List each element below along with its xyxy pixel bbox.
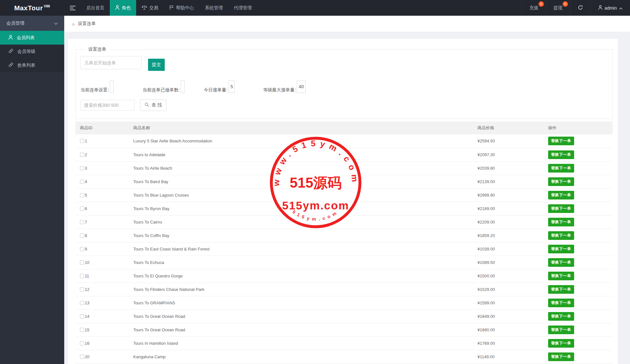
product-id-cell: 13: [75, 296, 129, 309]
replace-next-order-button[interactable]: 替换下一单: [548, 299, 574, 307]
row-checkbox[interactable]: [80, 153, 84, 157]
find-button[interactable]: 查 找: [140, 99, 166, 111]
table-row: 4 Tours To Baird Bay ¥2139.00 替换下一单: [75, 175, 613, 188]
stat-value-box: [110, 80, 114, 93]
product-price-cell: ¥1500.00: [473, 269, 544, 283]
row-checkbox[interactable]: [80, 139, 84, 143]
product-id-cell: 12: [75, 283, 129, 296]
user-menu[interactable]: admin: [591, 0, 630, 16]
replace-next-order-button[interactable]: 替换下一单: [548, 245, 574, 253]
sidebar-group-member-management[interactable]: 会员管理: [0, 16, 64, 31]
row-checkbox[interactable]: [80, 355, 84, 359]
row-checkbox[interactable]: [80, 341, 84, 345]
product-price-cell: ¥2139.00: [473, 175, 544, 188]
product-name-cell: Tours To Blue Lagoon Cruises: [129, 188, 473, 202]
row-action-cell: 替换下一单: [544, 309, 613, 323]
products-table: 商品ID 商品名称 商品价格 操作 1 Luxury 5 Star Airlie…: [75, 122, 613, 364]
replace-next-order-button[interactable]: 替换下一单: [548, 137, 574, 145]
nav-item-dashboard[interactable]: 后台首页: [81, 0, 110, 16]
person-icon: [8, 35, 13, 41]
stat-current-chain-setting: 当前连单设置:: [81, 80, 114, 93]
table-header-row: 商品ID 商品名称 商品价格 操作: [75, 122, 613, 134]
product-id-cell: 8: [75, 229, 129, 242]
replace-next-order-button[interactable]: 替换下一单: [548, 352, 574, 361]
product-name-cell: Tours To Flinders Chase National Park: [129, 283, 473, 296]
row-action-cell: 替换下一单: [544, 283, 613, 296]
person-icon: [598, 5, 602, 11]
row-action-cell: 替换下一单: [544, 350, 613, 363]
sidebar-item-grab-order-list[interactable]: 抢单列表: [0, 58, 64, 72]
replace-next-order-button[interactable]: 替换下一单: [548, 218, 574, 226]
replace-next-order-button[interactable]: 替换下一单: [548, 204, 574, 213]
row-checkbox[interactable]: [80, 247, 84, 251]
product-price-cell: ¥2097.30: [473, 148, 544, 161]
product-price-cell: ¥2999.90: [473, 188, 544, 202]
price-search-input[interactable]: [81, 100, 135, 111]
replace-next-order-button[interactable]: 替换下一单: [548, 150, 574, 159]
replace-next-order-button[interactable]: 替换下一单: [548, 285, 574, 294]
row-checkbox[interactable]: [80, 180, 84, 184]
replace-next-order-button[interactable]: 替换下一单: [548, 272, 574, 280]
recharge-button[interactable]: 充值 0: [522, 0, 546, 16]
row-action-cell: 替换下一单: [544, 229, 613, 242]
product-id-cell: 9: [75, 242, 129, 256]
replace-next-order-button[interactable]: 替换下一单: [548, 339, 574, 348]
product-id-cell: 1: [75, 134, 129, 148]
product-price-cell: ¥1529.00: [473, 283, 544, 296]
recharge-badge: 0: [538, 1, 544, 7]
flag-icon: [169, 5, 174, 11]
row-checkbox[interactable]: [80, 220, 84, 224]
refresh-button[interactable]: [570, 0, 591, 16]
row-checkbox[interactable]: [80, 287, 84, 292]
chain-start-input[interactable]: [81, 56, 142, 69]
scales-icon: [142, 5, 147, 11]
sidebar-item-member-level[interactable]: 会员等级: [0, 45, 64, 58]
nav-item-roles[interactable]: 角色: [110, 0, 136, 16]
search-icon: [144, 102, 149, 108]
row-checkbox[interactable]: [80, 314, 84, 318]
nav-item-system[interactable]: 系统管理: [199, 0, 228, 16]
stat-today-orders: 今日接单量: 5: [204, 80, 235, 93]
row-checkbox[interactable]: [80, 328, 84, 332]
sidebar-submenu: 会员列表 会员等级 抢单列表: [0, 31, 64, 72]
replace-next-order-button[interactable]: 替换下一单: [548, 326, 574, 334]
product-name-cell: Tours To Great Ocean Road: [129, 309, 473, 323]
person-icon: [115, 5, 119, 11]
link-icon: [8, 48, 13, 55]
replace-next-order-button[interactable]: 替换下一单: [548, 312, 574, 321]
table-row: 16 Tours In Hamilton Island ¥1769.00 替换下…: [75, 336, 613, 350]
product-id-cell: 7: [75, 215, 129, 229]
row-checkbox[interactable]: [80, 301, 84, 305]
row-action-cell: 替换下一单: [544, 134, 613, 148]
product-id-cell: 15: [75, 323, 129, 336]
row-checkbox[interactable]: [80, 193, 84, 197]
replace-next-order-button[interactable]: 替换下一单: [548, 177, 574, 186]
withdraw-button[interactable]: 提现 0: [546, 0, 570, 16]
stat-value-box: 5: [229, 80, 235, 93]
nav-item-help-center[interactable]: 帮助中心: [164, 0, 199, 16]
product-price-cell: ¥1649.00: [473, 309, 544, 323]
row-checkbox[interactable]: [80, 233, 84, 238]
replace-next-order-button[interactable]: 替换下一单: [548, 191, 574, 199]
row-checkbox[interactable]: [80, 207, 84, 211]
nav-item-trade[interactable]: 交易: [136, 0, 164, 16]
product-price-cell: ¥1769.00: [473, 336, 544, 350]
stat-chain-orders-done: 当前连单已做单数:: [143, 80, 185, 93]
replace-next-order-button[interactable]: 替换下一单: [548, 231, 574, 240]
top-navbar: MaxTourV88 后台首页 角色 交易 帮助中心 系统管理 代理管理 充值 …: [0, 0, 630, 16]
sidebar-toggle-icon[interactable]: [64, 0, 81, 16]
row-checkbox[interactable]: [80, 274, 84, 278]
nav-item-agents[interactable]: 代理管理: [228, 0, 257, 16]
replace-next-order-button[interactable]: 替换下一单: [548, 258, 574, 267]
sidebar-item-member-list[interactable]: 会员列表: [0, 31, 64, 45]
table-row: 3 Tours To Airlie Beach ¥2039.80 替换下一单: [75, 161, 613, 175]
product-price-cell: ¥2039.80: [473, 161, 544, 175]
row-checkbox[interactable]: [80, 166, 84, 170]
product-name-cell: Tours to Adelaide: [129, 148, 473, 161]
row-checkbox[interactable]: [80, 260, 84, 265]
product-id-cell: 2: [75, 148, 129, 161]
replace-next-order-button[interactable]: 替换下一单: [548, 164, 574, 173]
row-action-cell: 替换下一单: [544, 202, 613, 215]
chain-input-row: 提交: [81, 56, 608, 71]
submit-button[interactable]: 提交: [148, 59, 165, 71]
